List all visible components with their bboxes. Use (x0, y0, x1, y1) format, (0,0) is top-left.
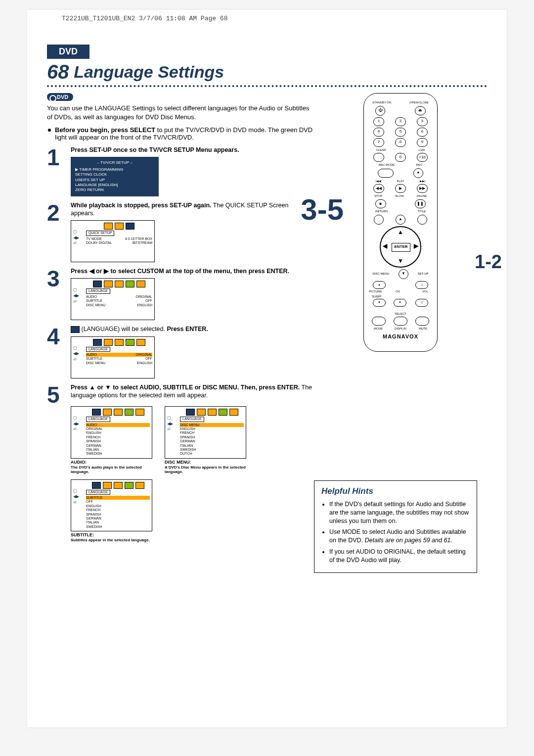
lower-cluster: ▲ △ PICTURE CH VOL SLEEP ▼ ▼ ▽ (368, 281, 433, 311)
step-4-text-a: (LANGUAGE) will be selected. (81, 326, 167, 332)
num-button: 5 (395, 128, 406, 137)
next-button: ▶▶ (417, 184, 428, 193)
title-label: TITLE (418, 210, 426, 213)
osd-item: SPANISH (86, 439, 150, 443)
title-button (417, 215, 427, 225)
disc-osd-block: ▢◀▶⏎ LANGUAGE DISC MENU ENGLISH FRENCH S… (165, 403, 249, 474)
audio-osd: ▢◀▶⏎ LANGUAGE AUDIO ORIGINAL ENGLISH FRE… (71, 406, 152, 459)
step-number-1: 1 (47, 146, 67, 169)
caption-text: A DVD's Disc Menu appears in the selecte… (165, 465, 246, 474)
osd-tab-icon (208, 409, 217, 416)
osd-row-hl: SUBTITLE (86, 496, 102, 500)
pause-button: ❚❚ (415, 199, 426, 208)
osd-item: FRENCH (86, 435, 150, 439)
step-number-5: 5 (47, 383, 67, 406)
page-number: 68 (47, 61, 69, 83)
osd-row-label: DOLBY DIGITAL (86, 241, 112, 245)
dvd-badge: DVD (47, 93, 73, 101)
remote-illustration: STANDBY-ONOPEN/CLOSE ⏻⏏ 123 456 789 CLEA… (363, 93, 438, 352)
osd-arrow-icon: ◀▶ (73, 422, 79, 426)
num-button: 4 (373, 128, 384, 137)
osd-row-value: OFF (145, 299, 152, 303)
osd-arrow-icon: ◀▶ (73, 494, 79, 499)
num-button: 2 (395, 117, 406, 126)
step-3-text: Press ◀ or ▶ to select CUSTOM at the top… (71, 268, 289, 275)
disc-menu-osd: ▢◀▶⏎ LANGUAGE DISC MENU ENGLISH FRENCH S… (165, 406, 246, 459)
osd-tab-icon (103, 482, 112, 489)
osd-item: FRENCH (180, 431, 244, 435)
osd-tab-icon (197, 409, 206, 416)
num-button: 8 (395, 138, 406, 147)
recmode-button (378, 169, 394, 178)
osd-tab-icon (115, 281, 124, 287)
vol-label: VOL (422, 290, 428, 293)
before-begin-bullet: Before you begin, press SELECT to put th… (47, 126, 314, 141)
display-label: DISPLAY (395, 327, 407, 331)
osd-enter-icon: ⏎ (73, 241, 79, 246)
prev-label: |◀◀ (376, 180, 382, 183)
plus10-button: +10 (417, 153, 428, 162)
caption-text: Subtitles appear in the selected languag… (71, 538, 150, 542)
osd-arrow-icon: ◀▶ (73, 351, 79, 356)
osd-item: ENGLISH (86, 431, 150, 435)
step-4-text-b: Press ENTER. (167, 326, 208, 332)
rec-label: REC (416, 163, 423, 167)
standby-label: STANDBY-ON (372, 101, 391, 104)
step-number-3: 3 (47, 267, 67, 290)
osd-enter-icon: ⏎ (73, 427, 79, 432)
document-page: T2221UB_T1201UB_EN2 3/7/06 11:08 AM Page… (27, 10, 507, 727)
step-number-4: 4 (47, 325, 67, 348)
osd-row-value: ENGLISH (137, 303, 152, 307)
caption-title: AUDIO: (71, 460, 87, 465)
osd-tab-icon (103, 409, 112, 416)
tv-item-timer: ▶ TIMER PROGRAMMING (75, 167, 154, 172)
step-1-body: Press SET-UP once so the TV/VCR SETUP Me… (71, 146, 314, 196)
before-begin-text: Before you begin, press SELECT to put th… (55, 126, 314, 141)
osd-item: GERMAN (180, 439, 244, 443)
osd-item: ITALIAN (86, 448, 150, 452)
tv-setup-header: – TV/VCR SETUP – (75, 160, 154, 165)
osd-tab-icon (219, 409, 227, 416)
return-label: RETURN (375, 210, 388, 213)
osd-enter-icon: ⏎ (73, 299, 79, 304)
clear-button (373, 153, 384, 162)
osd-nav-icon: ▢ (73, 346, 79, 351)
next-label: ▶▶| (420, 180, 426, 183)
nav-up-icon: ▲ (398, 229, 403, 236)
osd-row-value: ORIGINAL (136, 353, 152, 357)
bullet-icon (48, 129, 51, 132)
ch-down-button: ▼ (394, 299, 406, 307)
osd-item: SWEDISH (86, 452, 150, 456)
osd-tab-icon (135, 409, 144, 416)
osd-item: DUTCH (180, 452, 244, 456)
pause-label: PAUSE (417, 194, 427, 198)
osd-row-label: AUDIO (86, 353, 97, 357)
step-4-body: (LANGUAGE) will be selected. Press ENTER… (71, 325, 314, 378)
osd-row-value: OFF (145, 357, 152, 361)
osd-row-value: BITSTREAM (133, 241, 152, 245)
osd-tab-label: QUICK SETUP (86, 231, 114, 236)
openclose-label: OPEN/CLOSE (409, 101, 429, 104)
osd-tab-label: LANGUAGE (86, 347, 110, 352)
disc-caption: DISC MENU: A DVD's Disc Menu appears in … (165, 460, 249, 474)
osd-tab-icon (125, 482, 134, 489)
osd-item: GERMAN (86, 517, 150, 520)
osd-tab-icon (126, 339, 134, 346)
osd-item: OFF (86, 500, 150, 504)
osd-nav-icon: ▢ (73, 416, 79, 421)
before-begin-bold: Before you begin, press SELECT (55, 126, 155, 134)
osd-tab-icon-sel (92, 409, 101, 416)
step-1: 1 Press SET-UP once so the TV/VCR SETUP … (47, 146, 314, 196)
osd-row-label: AUDIO (86, 295, 97, 299)
select-button (372, 317, 386, 326)
osd-tab-icon (126, 281, 134, 287)
osd-item: SPANISH (86, 513, 150, 517)
plus100-label: +100 (418, 148, 425, 152)
brand-label: MAGNAVOX (368, 333, 433, 339)
osd-item: SPANISH (180, 435, 244, 439)
subtitle-osd-block: ▢◀▶⏎ LANGUAGE SUBTITLE OFF ENGLISH FRENC… (71, 479, 314, 543)
page-title: Language Settings (74, 62, 224, 81)
section-tag-dvd: DVD (47, 45, 89, 59)
power-icon: ⏻ (375, 106, 385, 116)
prev-button: ◀◀ (373, 184, 384, 193)
